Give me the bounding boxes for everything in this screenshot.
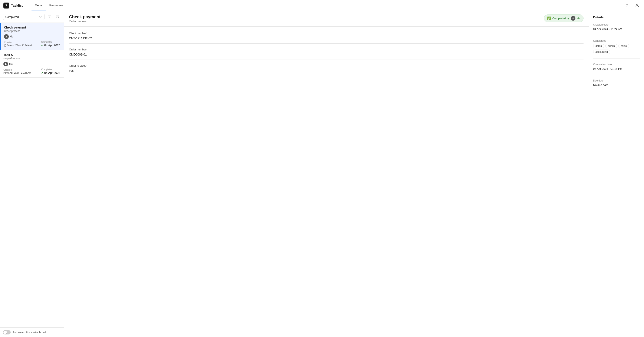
task-item[interactable]: Task A simpleProcess Me Created [0,50,64,78]
completion-date-value: 04 Apr 2024 - 01:15 PM [593,67,640,70]
sidebar-header: Completed [0,11,64,23]
task-subtitle: simpleProcess [4,57,60,60]
filter-dropdown[interactable]: Completed [3,14,44,20]
field-group-order-number: Order number* CMD0001-01 [69,48,584,60]
app-logo: T Tasklist [4,2,23,8]
created-value: 04 Apr 2024 - 11:24 AM [4,44,32,47]
avatar [4,34,9,39]
task-assignee: Me [4,34,60,39]
due-date-section: Due date No due date [593,79,640,91]
task-dates: Created 04 Apr 2024 - 11:24 AM [4,68,60,74]
completed-value: ✔ 04 Apr 2024 [41,44,60,47]
content-subtitle: Order process [69,20,100,23]
completed-value: ✔ 04 Apr 2024 [41,71,60,74]
task-subtitle: Order process [4,29,60,32]
completed-by-user: Me [571,16,580,21]
field-group-client-number: Client number* CNT-1211132-02 [69,32,584,44]
completed-date-group: Completed ✔ 04 Apr 2024 [41,68,60,74]
completed-date-group: Completed ✔ 04 Apr 2024 [41,41,60,47]
field-value-order-paid: yes [69,69,584,76]
content-header: Check payment Order process ✅ Completed … [64,11,589,26]
completed-label: Completed [41,41,60,43]
check-icon: ✔ [41,44,44,47]
tab-tasks[interactable]: Tasks [32,1,46,10]
created-label: Created [4,41,32,44]
candidates-list: demo admin sales accounting [593,44,640,54]
creation-date-label: Creation date [593,23,640,26]
sidebar: Completed [0,11,64,337]
candidate-tag-demo: demo [593,44,604,48]
completion-date-label: Completion date [593,63,640,66]
due-date-label: Due date [593,79,640,82]
details-panel: Details Creation date 04 Apr 2024 - 11:2… [589,11,644,337]
top-navigation: T Tasklist Tasks Processes ? [0,0,644,11]
task-title: Check payment [4,26,60,29]
svg-rect-8 [4,44,6,46]
main-layout: Completed [0,11,644,337]
creation-date-value: 04 Apr 2024 - 11:24 AM [593,27,640,31]
created-label: Created [4,68,31,71]
content-body: Client number* CNT-1211132-02 Order numb… [64,26,589,337]
user-profile-button[interactable] [634,2,640,9]
sort-icon [56,15,60,19]
filter-dropdown-label: Completed [5,15,19,18]
toggle-knob [4,331,7,334]
completed-label: Completed [41,68,60,71]
creation-date-section: Creation date 04 Apr 2024 - 11:24 AM [593,23,640,35]
candidates-label: Candidates [593,39,640,42]
sidebar-footer: Auto-select first available task [0,328,64,337]
content-title-group: Check payment Order process [69,14,100,23]
task-item[interactable]: Check payment Order process Me Created [0,23,64,50]
svg-point-17 [573,17,574,18]
calendar-icon [4,44,6,47]
field-value-client-number: CNT-1211132-02 [69,36,584,44]
app-logo-icon: T [4,2,9,8]
tab-processes[interactable]: Processes [46,1,67,10]
completed-by-avatar [571,16,576,21]
candidate-tag-accounting: accounting [593,49,610,54]
details-title: Details [593,15,640,19]
nav-divider [27,3,27,8]
created-date-group: Created 04 Apr 2024 - 11:24 AM [4,41,32,47]
filter-icon [48,15,51,19]
task-dates: Created 04 Apr 2024 - 11:24 AM [4,41,60,47]
created-date-group: Created 04 Apr 2024 - 11:24 AM [4,68,31,74]
svg-rect-13 [4,72,5,74]
nav-tabs: Tasks Processes [32,1,67,10]
task-title: Task A [4,53,60,57]
candidate-tag-sales: sales [618,44,629,48]
svg-point-0 [636,4,638,5]
assignee-name: Me [9,62,13,65]
completed-by-name: Me [576,17,580,20]
svg-point-7 [6,36,7,36]
check-icon: ✔ [41,71,44,74]
filter-button[interactable] [46,14,52,20]
field-label-order-number: Order number* [69,48,584,51]
avatar [4,62,8,66]
content-title: Check payment [69,14,100,19]
svg-point-12 [5,63,6,64]
app-name: Tasklist [11,3,23,7]
completed-by-badge: ✅ Completed by Me [544,14,584,22]
auto-select-label: Auto-select first available task [13,331,47,334]
assignee-name: Me [10,35,14,38]
field-group-order-paid: Order is paid?* yes [69,64,584,76]
candidates-section: Candidates demo admin sales accounting [593,39,640,59]
field-label-client-number: Client number* [69,32,584,35]
auto-select-toggle[interactable] [3,330,11,335]
created-value: 04 Apr 2024 - 11:24 AM [4,71,31,74]
due-date-value: No due date [593,83,640,87]
sort-button[interactable] [54,14,61,20]
chevron-down-icon [39,15,42,18]
main-content: Check payment Order process ✅ Completed … [64,11,589,337]
candidate-tag-admin: admin [606,44,617,48]
nav-right: ? [624,2,640,9]
field-label-order-paid: Order is paid?* [69,64,584,67]
task-assignee: Me [4,62,60,66]
field-value-order-number: CMD0001-01 [69,53,584,60]
completion-date-section: Completion date 04 Apr 2024 - 01:15 PM [593,63,640,75]
completed-by-label: Completed by [552,17,570,20]
calendar-icon [4,72,6,74]
help-button[interactable]: ? [624,2,630,9]
task-list: Check payment Order process Me Created [0,23,64,328]
